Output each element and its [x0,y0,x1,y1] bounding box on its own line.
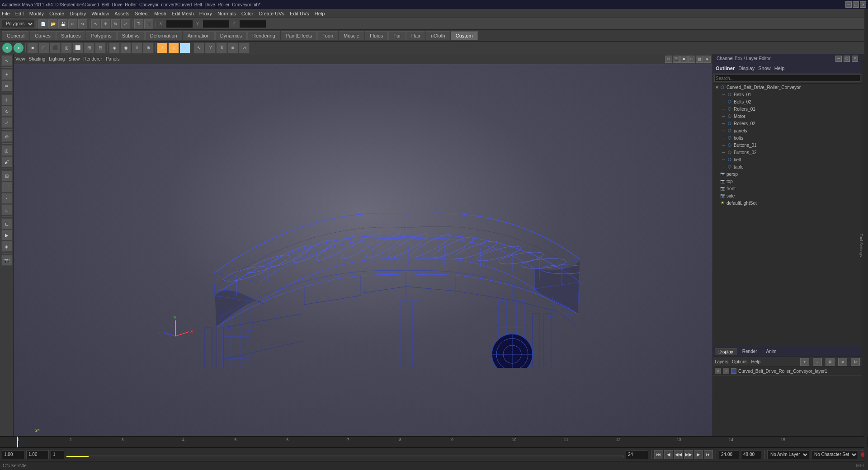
go-to-end-button[interactable]: ⏭ [704,450,713,459]
soft-select-button[interactable]: ◎ [1,145,12,156]
maximize-button[interactable]: □ [853,1,859,8]
le-tab-anim[interactable]: Anim [763,348,780,355]
shelf-icon-1[interactable]: ● [2,42,13,53]
menu-modify[interactable]: Modify [29,11,44,16]
outliner-menu-display[interactable]: Display [738,66,755,71]
outliner-item-side[interactable]: 📷 side [713,192,862,199]
cb-close[interactable]: ✕ [852,56,858,62]
move-tool-lt-button[interactable]: ✛ [1,94,12,105]
vp-menu-shading[interactable]: Shading [29,56,46,61]
shelf-icon-2[interactable]: ● [13,42,24,53]
shelf-icon-4[interactable]: □ [38,42,49,53]
tab-deformation[interactable]: Deformation [145,31,182,40]
tool-settings-label[interactable]: Tool Settings [859,232,863,259]
le-tab-display[interactable]: Display [715,348,737,355]
tab-fur[interactable]: Fur [388,31,406,40]
le-delete-layer-btn[interactable]: − [813,358,822,366]
le-refresh-btn[interactable]: ↻ [851,358,860,366]
shelf-icon-9[interactable]: ⊟ [95,42,106,53]
tab-curves[interactable]: Curves [30,31,56,40]
vp-menu-show[interactable]: Show [68,56,80,61]
rotate-tool-button[interactable]: ↻ [111,19,120,28]
anim-layer-selector[interactable]: No Anim Layer [767,450,809,459]
outliner-item-buttons01[interactable]: ─ ⬡ Buttons_01 [713,141,862,149]
shelf-icon-20[interactable]: ≡ [227,42,238,53]
shelf-icon-14[interactable]: ☀ [157,42,168,53]
shelf-icon-7[interactable]: ⬜ [72,42,83,53]
tab-muscle[interactable]: Muscle [339,31,364,40]
menu-edit-uvs[interactable]: Edit UVs [290,11,309,16]
scale-tool-lt-button[interactable]: ⤢ [1,117,12,128]
camera-settings-button[interactable]: 📷 [1,255,12,266]
show-manipulator-button[interactable]: ⊕ [1,131,12,142]
vp-menu-renderer[interactable]: Renderer [83,56,102,61]
cb-maximize[interactable]: □ [844,56,850,62]
le-tab-render[interactable]: Render [739,348,761,355]
menu-normals[interactable]: Normals [217,11,236,16]
shelf-icon-17[interactable]: ↖ [193,42,204,53]
shelf-icon-12[interactable]: ◊ [132,42,142,53]
vp-menu-lighting[interactable]: Lighting [49,56,65,61]
menu-color[interactable]: Color [241,11,253,16]
open-scene-button[interactable]: 📂 [48,19,57,28]
tab-polygons[interactable]: Polygons [86,31,116,40]
shelf-icon-13[interactable]: ⊕ [143,42,154,53]
layer-type[interactable]: / [723,368,729,374]
step-forward-button[interactable]: ▶ [694,450,703,459]
menu-assets[interactable]: Assets [114,11,129,16]
outliner-item-top[interactable]: 📷 top [713,178,862,185]
shelf-icon-11[interactable]: ◉ [120,42,131,53]
select-mode-button[interactable]: ↖ [1,55,12,66]
go-to-start-button[interactable]: ⏮ [654,450,663,459]
step-back-button[interactable]: ◀ [664,450,673,459]
z-input[interactable] [239,20,266,28]
snap-to-view-button[interactable]: □ [1,204,12,215]
tab-painteffects[interactable]: PaintEffects [281,31,317,40]
le-menu-layers[interactable]: Layers [715,359,728,364]
outliner-item-belts02[interactable]: ─ ⬡ Belts_02 [713,98,862,105]
tab-animation[interactable]: Animation [183,31,215,40]
shelf-icon-16[interactable]: ● [179,42,190,53]
workspace-selector[interactable]: Polygons [2,20,34,28]
vp-shade1-button[interactable]: ■ [680,56,688,63]
lasso-select-button[interactable]: ⌖ [1,69,12,80]
range-start-field[interactable]: 24.00 [719,450,739,459]
outliner-item-lightset[interactable]: ☀ defaultLightSet [713,199,862,207]
menu-window[interactable]: Window [91,11,109,16]
vp-grid-button[interactable]: ⊞ [665,56,672,63]
vp-menu-view[interactable]: View [15,56,25,61]
outliner-item-belt[interactable]: ─ ⬡ belt [713,156,862,163]
minimize-button[interactable]: ─ [845,1,852,8]
vp-shade3-button[interactable]: ▧ [696,56,703,63]
le-new-layer-btn[interactable]: + [800,358,809,366]
layer-item-1[interactable]: V / Curved_Belt_Drive_Roller_Conveyor_la… [713,367,862,376]
menu-edit-mesh[interactable]: Edit Mesh [172,11,194,16]
select-tool-button[interactable]: ↖ [91,19,100,28]
menu-display[interactable]: Display [70,11,86,16]
tab-fluids[interactable]: Fluids [365,31,388,40]
main-viewport[interactable]: View Shading Lighting Show Renderer Pane… [14,54,712,436]
y-input[interactable] [203,20,230,28]
outliner-item-panels[interactable]: ─ ⬡ panels [713,127,862,134]
timeline-ruler[interactable]: 1 2 3 4 5 6 7 8 9 10 11 12 13 14 15 [0,437,868,447]
shelf-icon-10[interactable]: ◈ [109,42,120,53]
shelf-icon-18[interactable]: ⊻ [205,42,216,53]
le-settings-btn[interactable]: ⚙ [826,358,835,366]
outliner-item-persp[interactable]: 📷 persp [713,170,862,178]
outliner-item-table[interactable]: ─ ⬡ table [713,163,862,170]
char-set-selector[interactable]: No Character Set [811,450,858,459]
shelf-icon-15[interactable]: ◎ [168,42,179,53]
snap-to-grid-button[interactable]: ⊞ [1,170,12,181]
le-attr-btn[interactable]: ≡ [838,358,847,366]
x-input[interactable] [166,20,193,28]
redo-button[interactable]: ↪ [78,19,87,28]
outliner-item-buttons02[interactable]: ─ ⬡ Buttons_02 [713,149,862,156]
vp-menu-panels[interactable]: Panels [106,56,120,61]
shelf-icon-6[interactable]: ◎ [61,42,72,53]
outliner-search[interactable] [714,75,860,82]
tab-ncloth[interactable]: nCloth [426,31,450,40]
outliner-item-belts01[interactable]: ─ ⬡ Belts_01 [713,91,862,98]
ipr-render-button[interactable]: 🎥 [144,19,153,28]
menu-create[interactable]: Create [49,11,64,16]
new-scene-button[interactable]: 📄 [38,19,47,28]
